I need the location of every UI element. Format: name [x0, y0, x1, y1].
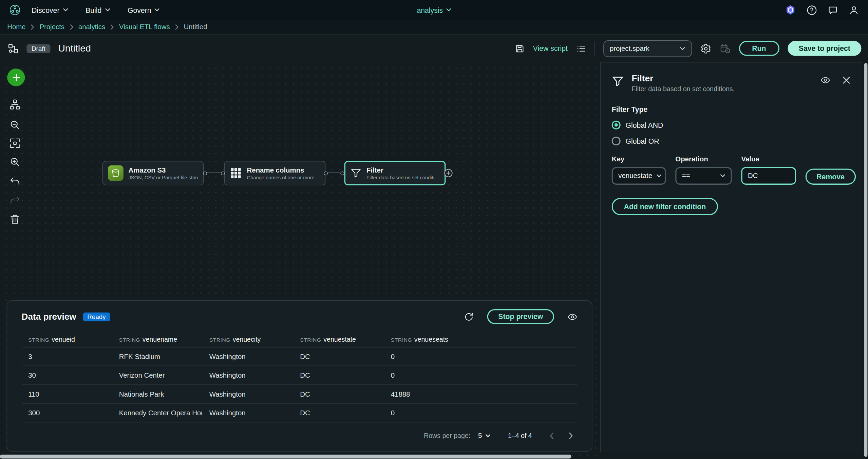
- node-subtitle: JSON, CSV or Parquet file store ...: [128, 175, 198, 180]
- save-to-project-button[interactable]: Save to project: [788, 41, 861, 56]
- edge-port: [324, 171, 327, 175]
- chevron-down-icon: [720, 174, 725, 178]
- add-filter-condition-button[interactable]: Add new filter condition: [612, 198, 718, 215]
- node-filter[interactable]: Filter Filter data based on set conditi …: [344, 161, 446, 185]
- funnel-icon: [351, 167, 362, 179]
- operation-label: Operation: [675, 155, 732, 163]
- settings-gear-icon[interactable]: [700, 43, 711, 54]
- app-root: Discover Build Govern analysis: [0, 0, 868, 459]
- breadcrumb-analytics[interactable]: analytics: [78, 23, 105, 31]
- edge-port: [221, 171, 225, 175]
- breadcrumb-projects[interactable]: Projects: [39, 23, 64, 31]
- cell: DC: [294, 371, 384, 379]
- radio-label: Global OR: [625, 137, 659, 145]
- operation-select[interactable]: ==: [675, 167, 732, 185]
- column-header: STRINGvenueid: [22, 334, 113, 344]
- chevron-down-icon: [485, 434, 490, 438]
- operation-select-value: ==: [682, 172, 690, 180]
- pagination: Rows per page: 5 1–4 of 4: [22, 429, 578, 442]
- flow-toolbar-right: View script project.spark Run Save to pr…: [515, 35, 861, 62]
- node-amazon-s3[interactable]: Amazon S3 JSON, CSV or Parquet file stor…: [102, 161, 204, 185]
- nav-menu-govern[interactable]: Govern: [120, 0, 167, 20]
- breadcrumb-visual-etl-flows[interactable]: Visual ETL flows: [119, 23, 170, 31]
- zoom-out-button[interactable]: [8, 118, 21, 132]
- top-nav: Discover Build Govern analysis: [0, 0, 868, 20]
- radio-global-or[interactable]: Global OR: [612, 137, 851, 145]
- next-page-button[interactable]: [564, 429, 577, 442]
- breadcrumb-home[interactable]: Home: [7, 23, 25, 31]
- add-node-button[interactable]: [7, 68, 25, 86]
- nav-menu-label: Govern: [128, 6, 151, 14]
- stop-preview-button[interactable]: Stop preview: [487, 309, 554, 324]
- node-subtitle: Filter data based on set conditi ...: [366, 175, 439, 180]
- app-logo-icon[interactable]: [9, 4, 21, 16]
- run-button[interactable]: Run: [739, 41, 779, 56]
- column-header: STRINGvenuecity: [203, 334, 294, 344]
- vertical-scrollbar[interactable]: [864, 63, 868, 457]
- key-select[interactable]: venuestate: [612, 167, 666, 185]
- radio-unselected-icon: [612, 137, 621, 145]
- auto-layout-button[interactable]: [8, 98, 21, 111]
- page-range: 1–4 of 4: [508, 432, 532, 440]
- compute-selector[interactable]: project.spark: [603, 40, 692, 57]
- fit-view-button[interactable]: [8, 137, 21, 150]
- column-name: venuestate: [323, 336, 356, 343]
- table-row: 110 Nationals Park Washington DC 41888: [22, 385, 578, 403]
- compute-selector-value: project.spark: [610, 44, 649, 52]
- cell: Washington: [203, 390, 294, 398]
- undo-button[interactable]: [8, 175, 21, 188]
- chevron-down-icon: [680, 47, 685, 50]
- column-type: STRING: [28, 337, 49, 343]
- cell: 30: [22, 371, 113, 379]
- cell: Washington: [203, 409, 294, 417]
- close-icon[interactable]: [842, 75, 851, 85]
- nav-menu-build[interactable]: Build: [78, 0, 117, 20]
- edge-rename-to-filter: [327, 173, 341, 173]
- chevron-down-icon: [63, 8, 68, 12]
- remove-condition-button[interactable]: Remove: [806, 169, 856, 185]
- help-icon[interactable]: [807, 5, 817, 15]
- edge-s3-to-rename: [207, 173, 222, 173]
- flow-icon: [8, 43, 19, 54]
- refresh-icon[interactable]: [464, 312, 474, 321]
- key-label: Key: [612, 155, 666, 163]
- column-type: STRING: [391, 337, 412, 343]
- status-badge: Draft: [26, 44, 50, 53]
- ready-badge: Ready: [83, 312, 110, 321]
- cell: Washington: [203, 371, 294, 379]
- list-icon[interactable]: [576, 43, 586, 53]
- add-next-node-button[interactable]: [444, 169, 453, 178]
- save-icon[interactable]: [515, 43, 525, 53]
- preview-eye-icon[interactable]: [820, 75, 830, 85]
- chevron-down-icon: [105, 8, 110, 12]
- horizontal-scrollbar[interactable]: [0, 455, 571, 458]
- funnel-icon: [612, 75, 624, 87]
- flow-toolbar-left: Draft Untitled: [8, 35, 91, 62]
- assistant-hexagon-icon[interactable]: [785, 4, 796, 16]
- feedback-icon[interactable]: [828, 5, 838, 15]
- grid-icon: [230, 167, 242, 179]
- node-rename-columns[interactable]: Rename columns Change names of one or mo…: [224, 161, 326, 185]
- chevron-right-icon: [110, 24, 114, 30]
- chevron-right-icon: [175, 24, 178, 30]
- value-input[interactable]: [741, 167, 796, 185]
- breadcrumb-current: Untitled: [184, 23, 207, 31]
- redo-button[interactable]: [8, 194, 21, 207]
- radio-global-and[interactable]: Global AND: [612, 121, 851, 129]
- nav-menu-discover[interactable]: Discover: [24, 0, 75, 20]
- schedule-icon[interactable]: [719, 43, 731, 54]
- zoom-in-button[interactable]: [8, 155, 21, 168]
- environment-selector[interactable]: analysis: [417, 6, 451, 14]
- column-type: STRING: [209, 337, 230, 343]
- node-subtitle: Change names of one or more ...: [247, 175, 320, 180]
- prev-page-button[interactable]: [545, 429, 559, 442]
- rows-per-page-select[interactable]: 5: [478, 432, 490, 440]
- delete-button[interactable]: [8, 212, 21, 225]
- cell: Kennedy Center Opera House: [112, 409, 203, 417]
- cell: 110: [22, 390, 113, 398]
- key-select-value: venuestate: [618, 172, 652, 180]
- cell: DC: [294, 390, 384, 398]
- user-profile-icon[interactable]: [849, 5, 859, 15]
- eye-icon[interactable]: [567, 312, 577, 321]
- view-script-link[interactable]: View script: [533, 44, 568, 53]
